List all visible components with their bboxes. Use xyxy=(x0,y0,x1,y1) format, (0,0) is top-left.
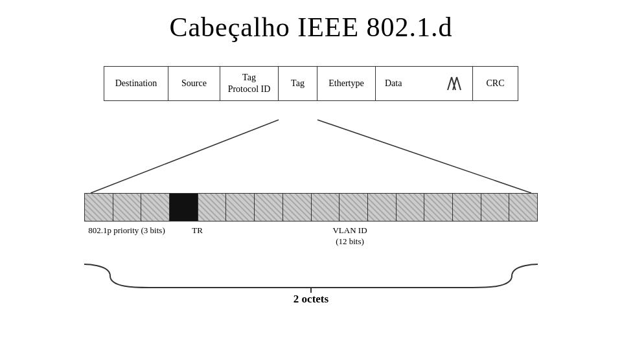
svg-line-3 xyxy=(457,77,461,90)
bit-cell-15 xyxy=(481,194,510,221)
bit-row xyxy=(84,193,538,222)
bit-cell-2 xyxy=(113,194,142,221)
brace-container xyxy=(84,263,538,295)
bit-cell-4-black xyxy=(170,194,198,221)
svg-line-5 xyxy=(317,120,531,193)
bit-cell-11 xyxy=(368,194,397,221)
brace-svg xyxy=(84,263,538,295)
bit-cell-9 xyxy=(312,194,340,221)
bit-cell-1 xyxy=(85,194,113,221)
label-802: 802.1p priority (3 bits) xyxy=(84,225,169,236)
bit-labels: 802.1p priority (3 bits) TR VLAN ID(12 b… xyxy=(84,225,538,262)
label-vlan-id: VLAN ID(12 bits) xyxy=(253,225,447,247)
header-cell-data: Data xyxy=(376,66,473,101)
svg-line-4 xyxy=(91,120,279,193)
bit-cell-5 xyxy=(198,194,227,221)
zigzag-icon xyxy=(443,72,466,95)
header-cell-destination: Destination xyxy=(104,66,168,101)
label-tr: TR xyxy=(169,225,225,236)
header-cell-crc: CRC xyxy=(473,66,518,101)
header-cell-tag: Tag xyxy=(279,66,317,101)
bit-row-wrapper: 802.1p priority (3 bits) TR VLAN ID(12 b… xyxy=(84,193,538,306)
connector-lines xyxy=(0,12,622,364)
bit-cell-16 xyxy=(509,194,537,221)
page-title: Cabeçalho IEEE 802.1.d xyxy=(0,12,622,43)
bit-cell-8 xyxy=(283,194,312,221)
bit-cell-14 xyxy=(453,194,481,221)
header-cell-tag-protocol-id: TagProtocol ID xyxy=(220,66,279,101)
bit-cell-13 xyxy=(424,194,453,221)
svg-line-0 xyxy=(448,77,452,90)
bit-cell-12 xyxy=(397,194,425,221)
bit-cell-6 xyxy=(226,194,255,221)
bit-cell-7 xyxy=(255,194,283,221)
header-cell-ethertype: Ethertype xyxy=(317,66,376,101)
bit-cell-10 xyxy=(340,194,368,221)
header-cell-source: Source xyxy=(168,66,220,101)
bit-cell-3 xyxy=(141,194,170,221)
header-row: Destination Source TagProtocol ID Tag Et… xyxy=(0,66,622,101)
